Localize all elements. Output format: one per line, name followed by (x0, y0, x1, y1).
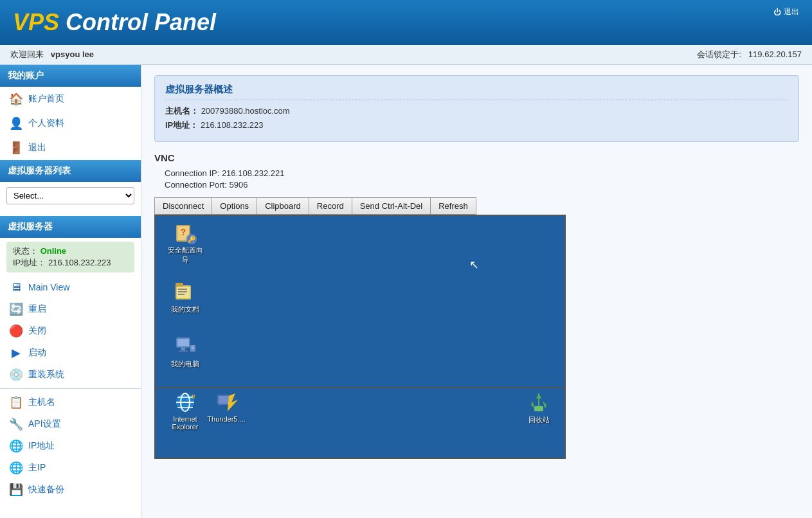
vps-selector[interactable]: Select... (6, 187, 134, 204)
svg-rect-16 (192, 346, 194, 349)
vps-list-title: 虚拟服务器列表 (0, 160, 141, 182)
sidebar-item-reboot[interactable]: 🔄 重启 (0, 298, 141, 320)
security-label: 安全配置向导 (165, 246, 206, 265)
ip-value: 216.108.232.223 (48, 258, 111, 267)
welcome-username: vpsyou lee (51, 49, 94, 59)
desktop-icon-ie[interactable]: e Internet Explorer (165, 391, 206, 431)
hostname-icon: 📋 (9, 395, 23, 409)
desktop-icon-recycle[interactable]: 回收站 (518, 391, 559, 425)
vps-dropdown-wrap: Select... (0, 182, 141, 210)
record-button[interactable]: Record (309, 197, 352, 215)
vps-status-row: 状态： Online (13, 246, 128, 257)
shutdown-icon: 🔴 (9, 324, 23, 338)
sidebar-item-profile[interactable]: 👤 个人资料 (0, 111, 141, 136)
send-ctrl-alt-del-button[interactable]: Send Ctrl-Alt-Del (352, 197, 431, 215)
svg-text:🔑: 🔑 (188, 235, 196, 244)
sidebar-item-api[interactable]: 🔧 API设置 (0, 413, 141, 435)
sidebar-item-start[interactable]: ▶ 启动 (0, 342, 141, 364)
svg-rect-9 (178, 291, 187, 292)
app-title: VPS Control Panel (13, 9, 216, 36)
hostname-info-value: 200793880.hostloc.com (201, 106, 290, 116)
sidebar-item-reinstall[interactable]: 💿 重装系统 (0, 364, 141, 386)
recycle-label: 回收站 (528, 415, 550, 425)
svg-rect-7 (176, 283, 183, 287)
thunder-icon (215, 391, 238, 414)
desktop-icon-thunder[interactable]: Thunder5.... (206, 391, 247, 423)
vnc-section: VNC Connection IP: 216.108.232.221 Conne… (154, 152, 799, 190)
welcome-prefix: 欢迎回来 (10, 49, 44, 59)
status-value: Online (41, 246, 66, 256)
mainip-icon: 🌐 (9, 461, 23, 475)
clipboard-button[interactable]: Clipboard (257, 197, 309, 215)
ip-label: IP地址： (13, 258, 46, 267)
vnc-desktop-top[interactable]: ? 🔑 安全配置向导 (154, 215, 566, 388)
sidebar-item-backup[interactable]: 💾 快速备份 (0, 479, 141, 501)
sidebar-item-shutdown[interactable]: 🔴 关闭 (0, 320, 141, 342)
disconnect-button[interactable]: Disconnect (154, 197, 212, 215)
desktop-icon-mypc[interactable]: 我的电脑 (165, 335, 206, 369)
vnc-connection-ip: Connection IP: 216.108.232.221 (165, 168, 799, 178)
desktop-icon-mydocs[interactable]: 我的文档 (165, 280, 206, 314)
svg-rect-13 (181, 348, 185, 350)
backup-icon: 💾 (9, 483, 23, 497)
ip-row: IP地址： 216.108.232.223 (165, 120, 788, 131)
options-button[interactable]: Options (212, 197, 257, 215)
svg-text:e: e (192, 393, 195, 400)
sidebar-logout-label: 退出 (28, 142, 46, 154)
welcome-bar: 欢迎回来 vpsyou lee 会话锁定于: 119.62.20.157 (0, 45, 812, 65)
sidebar-item-ip[interactable]: 🌐 IP地址 (0, 435, 141, 457)
status-label: 状态： (13, 246, 38, 256)
sidebar-profile-label: 个人资料 (28, 118, 64, 129)
desktop-icon-security[interactable]: ? 🔑 安全配置向导 (165, 221, 206, 265)
mydocs-icon (174, 280, 197, 303)
svg-marker-25 (228, 393, 238, 411)
ie-icon: e (174, 391, 197, 414)
logout-label: 退出 (784, 6, 799, 17)
vps-section-title: 虚拟服务器 (0, 216, 141, 238)
svg-rect-8 (178, 289, 187, 290)
api-icon: 🔧 (9, 417, 23, 431)
sidebar-item-hostname[interactable]: 📋 主机名 (0, 391, 141, 413)
reinstall-icon: 💿 (9, 368, 23, 382)
vnc-desktop-bottom[interactable]: e Internet Explorer Thunder5.... (154, 388, 566, 459)
mainip-label: 主IP (28, 462, 46, 474)
session-label: 会话锁定于: (697, 49, 741, 59)
sidebar-item-mainview[interactable]: 🖥 Main View (0, 276, 141, 298)
session-info: 会话锁定于: 119.62.20.157 (697, 49, 802, 60)
header: VPS Control Panel ⏻ 退出 (0, 0, 812, 45)
start-icon: ▶ (9, 346, 23, 360)
hostname-label: 主机名 (28, 397, 55, 408)
logout-icon: ⏻ (773, 8, 781, 17)
sidebar-item-home[interactable]: 🏠 账户首页 (0, 87, 141, 111)
sidebar-home-label: 账户首页 (28, 93, 64, 105)
mypc-icon (174, 335, 197, 358)
sidebar: 我的账户 🏠 账户首页 👤 个人资料 🚪 退出 虚拟服务器列表 Select..… (0, 65, 141, 518)
svg-rect-12 (177, 339, 189, 346)
hostname-info-label: 主机名： (165, 106, 199, 116)
door-icon: 🚪 (9, 141, 23, 155)
overview-title: 虚拟服务器概述 (165, 84, 788, 100)
svg-text:?: ? (181, 227, 186, 237)
ip-info-value: 216.108.232.223 (201, 120, 264, 130)
monitor-icon: 🖥 (9, 280, 23, 294)
hostname-row: 主机名： 200793880.hostloc.com (165, 105, 788, 117)
ip-nav-label: IP地址 (28, 440, 55, 452)
shutdown-label: 关闭 (28, 325, 46, 337)
logout-button[interactable]: ⏻ 退出 (773, 6, 799, 17)
start-label: 启动 (28, 347, 46, 359)
security-icon: ? 🔑 (174, 221, 197, 244)
svg-rect-14 (179, 350, 188, 352)
sidebar-item-logout[interactable]: 🚪 退出 (0, 136, 141, 160)
title-cp: Control Panel (59, 9, 216, 35)
vnc-title: VNC (154, 152, 799, 163)
sidebar-divider-1 (0, 388, 141, 389)
vnc-connection-port: Connection Port: 5906 (165, 180, 799, 190)
vps-overview-box: 虚拟服务器概述 主机名： 200793880.hostloc.com IP地址：… (154, 75, 799, 142)
title-vps: VPS (13, 9, 59, 35)
vnc-toolbar: Disconnect Options Clipboard Record Send… (154, 197, 799, 215)
refresh-button[interactable]: Refresh (430, 197, 476, 215)
mypc-label: 我的电脑 (171, 359, 199, 369)
vps-ip-row: IP地址： 216.108.232.223 (13, 257, 128, 269)
sidebar-item-mainip[interactable]: 🌐 主IP (0, 457, 141, 479)
svg-rect-29 (534, 406, 543, 411)
